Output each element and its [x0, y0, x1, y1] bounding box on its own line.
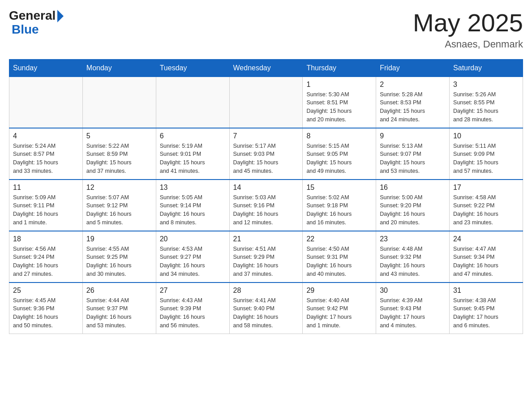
- calendar-cell: 21Sunrise: 4:51 AM Sunset: 9:29 PM Dayli…: [229, 231, 303, 283]
- weekday-header-friday: Friday: [376, 59, 450, 77]
- day-info: Sunrise: 4:50 AM Sunset: 9:31 PM Dayligh…: [306, 245, 372, 278]
- calendar-cell: 22Sunrise: 4:50 AM Sunset: 9:31 PM Dayli…: [303, 231, 376, 283]
- day-info: Sunrise: 5:26 AM Sunset: 8:55 PM Dayligh…: [453, 90, 519, 124]
- day-number: 17: [453, 184, 519, 192]
- calendar-cell: 12Sunrise: 5:07 AM Sunset: 9:12 PM Dayli…: [82, 180, 156, 231]
- day-number: 28: [233, 287, 299, 295]
- calendar-cell: [229, 77, 303, 128]
- calendar-cell: 15Sunrise: 5:02 AM Sunset: 9:18 PM Dayli…: [303, 180, 376, 231]
- day-info: Sunrise: 4:44 AM Sunset: 9:37 PM Dayligh…: [86, 296, 152, 330]
- calendar-cell: 31Sunrise: 4:38 AM Sunset: 9:45 PM Dayli…: [450, 283, 523, 334]
- calendar-cell: 16Sunrise: 5:00 AM Sunset: 9:20 PM Dayli…: [376, 180, 450, 231]
- day-info: Sunrise: 4:40 AM Sunset: 9:42 PM Dayligh…: [306, 296, 372, 330]
- day-info: Sunrise: 5:13 AM Sunset: 9:07 PM Dayligh…: [380, 142, 446, 176]
- day-number: 4: [13, 132, 79, 140]
- calendar-week-2: 4Sunrise: 5:24 AM Sunset: 8:57 PM Daylig…: [9, 128, 523, 180]
- day-info: Sunrise: 4:55 AM Sunset: 9:25 PM Dayligh…: [86, 245, 152, 278]
- weekday-header-wednesday: Wednesday: [229, 59, 303, 77]
- day-number: 6: [160, 132, 226, 140]
- calendar-cell: 26Sunrise: 4:44 AM Sunset: 9:37 PM Dayli…: [82, 283, 156, 334]
- calendar-week-3: 11Sunrise: 5:09 AM Sunset: 9:11 PM Dayli…: [9, 180, 523, 231]
- calendar-week-4: 18Sunrise: 4:56 AM Sunset: 9:24 PM Dayli…: [9, 231, 523, 283]
- day-info: Sunrise: 4:43 AM Sunset: 9:39 PM Dayligh…: [160, 296, 226, 330]
- calendar-cell: 20Sunrise: 4:53 AM Sunset: 9:27 PM Dayli…: [156, 231, 229, 283]
- day-info: Sunrise: 5:07 AM Sunset: 9:12 PM Dayligh…: [86, 193, 152, 227]
- page-header: General Blue May 2025 Asnaes, Denmark: [9, 9, 523, 50]
- calendar-cell: [156, 77, 229, 128]
- calendar-week-1: 1Sunrise: 5:30 AM Sunset: 8:51 PM Daylig…: [9, 77, 523, 128]
- calendar-cell: 8Sunrise: 5:15 AM Sunset: 9:05 PM Daylig…: [303, 128, 376, 180]
- day-info: Sunrise: 5:24 AM Sunset: 8:57 PM Dayligh…: [13, 142, 79, 176]
- calendar-cell: 23Sunrise: 4:48 AM Sunset: 9:32 PM Dayli…: [376, 231, 450, 283]
- calendar-cell: 27Sunrise: 4:43 AM Sunset: 9:39 PM Dayli…: [156, 283, 229, 334]
- weekday-header-row: SundayMondayTuesdayWednesdayThursdayFrid…: [9, 59, 523, 77]
- day-number: 7: [233, 132, 299, 140]
- calendar-cell: 29Sunrise: 4:40 AM Sunset: 9:42 PM Dayli…: [303, 283, 376, 334]
- calendar-cell: [9, 77, 83, 128]
- title-block: May 2025 Asnaes, Denmark: [413, 9, 523, 50]
- day-number: 2: [380, 81, 446, 89]
- day-number: 20: [160, 235, 226, 243]
- day-number: 25: [13, 287, 79, 295]
- day-info: Sunrise: 5:30 AM Sunset: 8:51 PM Dayligh…: [306, 90, 372, 124]
- calendar-table: SundayMondayTuesdayWednesdayThursdayFrid…: [9, 59, 523, 334]
- day-number: 13: [160, 184, 226, 192]
- day-number: 3: [453, 81, 519, 89]
- day-info: Sunrise: 4:58 AM Sunset: 9:22 PM Dayligh…: [453, 193, 519, 227]
- logo: General Blue: [9, 9, 64, 37]
- day-info: Sunrise: 5:28 AM Sunset: 8:53 PM Dayligh…: [380, 90, 446, 124]
- day-number: 24: [453, 235, 519, 243]
- calendar-cell: 2Sunrise: 5:28 AM Sunset: 8:53 PM Daylig…: [376, 77, 450, 128]
- calendar-cell: 25Sunrise: 4:45 AM Sunset: 9:36 PM Dayli…: [9, 283, 83, 334]
- day-info: Sunrise: 4:38 AM Sunset: 9:45 PM Dayligh…: [453, 296, 519, 330]
- day-number: 10: [453, 132, 519, 140]
- day-info: Sunrise: 5:17 AM Sunset: 9:03 PM Dayligh…: [233, 142, 299, 176]
- location-label: Asnaes, Denmark: [413, 39, 523, 50]
- day-number: 19: [86, 235, 152, 243]
- day-number: 23: [380, 235, 446, 243]
- weekday-header-sunday: Sunday: [9, 59, 83, 77]
- day-number: 29: [306, 287, 372, 295]
- calendar-cell: [82, 77, 156, 128]
- day-info: Sunrise: 5:11 AM Sunset: 9:09 PM Dayligh…: [453, 142, 519, 176]
- calendar-cell: 11Sunrise: 5:09 AM Sunset: 9:11 PM Dayli…: [9, 180, 83, 231]
- day-info: Sunrise: 5:05 AM Sunset: 9:14 PM Dayligh…: [160, 193, 226, 227]
- day-info: Sunrise: 5:09 AM Sunset: 9:11 PM Dayligh…: [13, 193, 79, 227]
- day-number: 27: [160, 287, 226, 295]
- day-number: 8: [306, 132, 372, 140]
- day-number: 9: [380, 132, 446, 140]
- calendar-cell: 7Sunrise: 5:17 AM Sunset: 9:03 PM Daylig…: [229, 128, 303, 180]
- day-info: Sunrise: 4:48 AM Sunset: 9:32 PM Dayligh…: [380, 245, 446, 278]
- logo-general-text: General: [9, 9, 56, 22]
- day-number: 31: [453, 287, 519, 295]
- month-title: May 2025: [413, 9, 523, 37]
- day-number: 16: [380, 184, 446, 192]
- calendar-week-5: 25Sunrise: 4:45 AM Sunset: 9:36 PM Dayli…: [9, 283, 523, 334]
- calendar-cell: 30Sunrise: 4:39 AM Sunset: 9:43 PM Dayli…: [376, 283, 450, 334]
- weekday-header-tuesday: Tuesday: [156, 59, 229, 77]
- logo-triangle-icon: [57, 10, 64, 22]
- day-info: Sunrise: 5:19 AM Sunset: 9:01 PM Dayligh…: [160, 142, 226, 176]
- calendar-cell: 9Sunrise: 5:13 AM Sunset: 9:07 PM Daylig…: [376, 128, 450, 180]
- day-info: Sunrise: 5:03 AM Sunset: 9:16 PM Dayligh…: [233, 193, 299, 227]
- day-info: Sunrise: 4:41 AM Sunset: 9:40 PM Dayligh…: [233, 296, 299, 330]
- calendar-cell: 4Sunrise: 5:24 AM Sunset: 8:57 PM Daylig…: [9, 128, 83, 180]
- day-number: 14: [233, 184, 299, 192]
- day-number: 22: [306, 235, 372, 243]
- day-number: 15: [306, 184, 372, 192]
- weekday-header-thursday: Thursday: [303, 59, 376, 77]
- day-info: Sunrise: 4:45 AM Sunset: 9:36 PM Dayligh…: [13, 296, 79, 330]
- calendar-cell: 19Sunrise: 4:55 AM Sunset: 9:25 PM Dayli…: [82, 231, 156, 283]
- calendar-cell: 10Sunrise: 5:11 AM Sunset: 9:09 PM Dayli…: [450, 128, 523, 180]
- day-number: 30: [380, 287, 446, 295]
- calendar-cell: 24Sunrise: 4:47 AM Sunset: 9:34 PM Dayli…: [450, 231, 523, 283]
- day-info: Sunrise: 4:56 AM Sunset: 9:24 PM Dayligh…: [13, 245, 79, 278]
- calendar-cell: 14Sunrise: 5:03 AM Sunset: 9:16 PM Dayli…: [229, 180, 303, 231]
- day-info: Sunrise: 4:39 AM Sunset: 9:43 PM Dayligh…: [380, 296, 446, 330]
- calendar-cell: 18Sunrise: 4:56 AM Sunset: 9:24 PM Dayli…: [9, 231, 83, 283]
- day-info: Sunrise: 5:02 AM Sunset: 9:18 PM Dayligh…: [306, 193, 372, 227]
- day-info: Sunrise: 5:00 AM Sunset: 9:20 PM Dayligh…: [380, 193, 446, 227]
- day-info: Sunrise: 4:47 AM Sunset: 9:34 PM Dayligh…: [453, 245, 519, 278]
- day-number: 18: [13, 235, 79, 243]
- calendar-cell: 13Sunrise: 5:05 AM Sunset: 9:14 PM Dayli…: [156, 180, 229, 231]
